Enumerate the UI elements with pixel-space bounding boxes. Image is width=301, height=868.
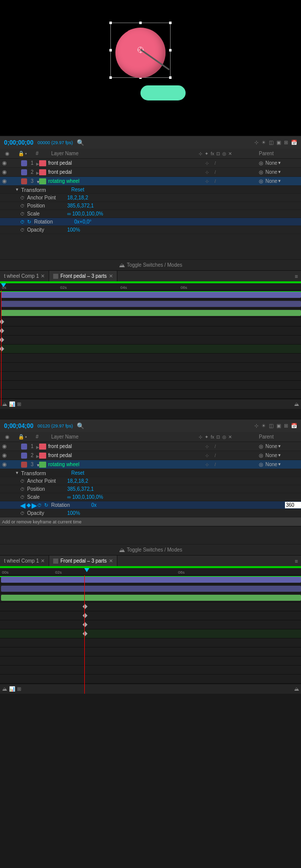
handle-tr[interactable] (169, 22, 172, 24)
switch-2-3-2[interactable]: / (212, 462, 219, 467)
toggle-switches-bar-2[interactable]: ⛰ Toggle Switches / Modes (0, 544, 301, 555)
tool2-icon-2[interactable]: ☀ (261, 423, 266, 428)
layer-name-1[interactable]: front pedal (46, 160, 204, 166)
anchor-value-1[interactable]: 18,2,18,2 (67, 195, 301, 200)
label-color-3[interactable] (21, 178, 27, 184)
rotation-input-2[interactable] (285, 502, 301, 508)
bottom-icon-1[interactable]: ⛰ (2, 401, 7, 407)
opa-name-2[interactable]: Opacity (27, 510, 67, 516)
reset-button-2[interactable]: Reset (71, 470, 84, 476)
layer-row-2-3[interactable]: ◉ 3 ▼ rotating wheel ⊹ / ◎ None ▼ (0, 460, 301, 469)
parent-arrow-2-3[interactable]: ▼ (277, 462, 281, 467)
reset-button-1[interactable]: Reset (71, 187, 84, 192)
tab-menu-1[interactable]: ≡ (292, 273, 301, 279)
anchor-value-2[interactable]: 18,2,18,2 (67, 478, 301, 484)
eye-icon-3[interactable]: ◉ (2, 178, 7, 184)
tool2-icon-6[interactable]: 📅 (291, 423, 297, 428)
switch-2-2[interactable]: / (212, 170, 219, 175)
search-button-1[interactable]: 🔍 (77, 139, 84, 146)
parent-value-2-1[interactable]: None (263, 444, 277, 449)
handle-br[interactable] (169, 76, 172, 79)
label-color-2[interactable] (21, 169, 27, 175)
eye-icon-1[interactable]: ◉ (2, 160, 7, 166)
switch-1-1[interactable]: ⊹ (204, 161, 211, 166)
layer-row-3[interactable]: ◉ 3 ▼ rotating wheel ⊹ / ◎ None ▼ (0, 177, 301, 186)
bottom-icon-2-4[interactable]: ⛰ (294, 686, 299, 692)
parent-arrow-2-1[interactable]: ▼ (277, 444, 281, 449)
pos-name-2[interactable]: Position (27, 486, 67, 492)
layer-row-2-2[interactable]: ◉ 2 ▶ front pedal ⊹ / ◎ None ▼ (0, 451, 301, 460)
label-color-1[interactable] (21, 160, 27, 166)
switch-2-2-2[interactable]: / (212, 453, 219, 458)
switch-3-1[interactable]: ⊹ (204, 179, 211, 184)
eye-icon-2-1[interactable]: ◉ (2, 443, 7, 450)
layer-name-2[interactable]: front pedal (46, 169, 204, 175)
tool-icon-6[interactable]: 📅 (291, 140, 297, 145)
handle-tl[interactable] (109, 22, 112, 24)
tab-front-pedal-2[interactable]: Front pedal – 3 parts ✕ (49, 556, 117, 566)
pos-name-1[interactable]: Position (27, 203, 67, 208)
switch-1-6[interactable] (244, 161, 251, 166)
tab-wheel-comp-2[interactable]: t wheel Comp 1 ✕ (0, 556, 49, 566)
scale-name-1[interactable]: Scale (27, 211, 67, 216)
handle-bl[interactable] (109, 76, 112, 79)
tool-icon-5[interactable]: ⊞ (284, 140, 288, 145)
handle-ml[interactable] (109, 49, 112, 52)
switch-1-5[interactable] (236, 161, 243, 166)
layer-row-2-1[interactable]: ◉ 1 ▶ front pedal ⊹ / ◎ None ▼ (0, 442, 301, 451)
keyframe-nav-left-2[interactable]: ◀ (20, 501, 26, 509)
parent-value-2-3[interactable]: None (263, 462, 277, 467)
tab-close-wheel-2[interactable]: ✕ (41, 558, 45, 564)
pos-value-2[interactable]: 385,6,372,1 (67, 486, 301, 492)
pos-value-1[interactable]: 385,6,372,1 (67, 203, 301, 208)
transform-collapse-1[interactable]: ▼ (15, 187, 19, 192)
tab-menu-2[interactable]: ≡ (292, 558, 301, 564)
parent-value-2-2[interactable]: None (263, 453, 277, 458)
label-color-2-2[interactable] (21, 453, 27, 459)
rot-name-2[interactable]: Rotation (51, 502, 91, 508)
switch-1-2[interactable]: / (212, 161, 219, 166)
switch-1-4[interactable] (228, 161, 235, 166)
anchor-name-2[interactable]: Anchor Point (27, 478, 67, 484)
layer-name-2-3[interactable]: rotating wheel (46, 462, 204, 467)
parent-value-3[interactable]: None (263, 178, 277, 184)
anchor-name-1[interactable]: Anchor Point (27, 195, 67, 200)
tool-icon-4[interactable]: ▣ (276, 140, 281, 145)
layer-name-2-1[interactable]: front pedal (46, 444, 204, 449)
switch-2-2-1[interactable]: ⊹ (204, 453, 211, 458)
parent-arrow-2[interactable]: ▼ (277, 170, 281, 174)
parent-value-2[interactable]: None (263, 169, 277, 175)
switch-2-1-2[interactable]: / (212, 444, 219, 449)
bottom-icon-2-1[interactable]: ⛰ (2, 686, 7, 692)
tool2-icon-5[interactable]: ⊞ (284, 423, 288, 428)
opa-value-1[interactable]: 100% (67, 227, 301, 233)
switch-3-2[interactable]: / (212, 179, 219, 184)
tab-close-pedal-2[interactable]: ✕ (109, 558, 113, 564)
label-color-2-3[interactable] (21, 462, 27, 468)
eye-icon-2-3[interactable]: ◉ (2, 461, 7, 468)
bottom-icon-3[interactable]: ⊞ (17, 401, 21, 407)
switch-2-3-1[interactable]: ⊹ (204, 462, 211, 467)
layer-row-1[interactable]: ◉ 1 ▶ front pedal ⊹ / ◎ None ▼ (0, 159, 301, 168)
time-display-1[interactable]: 0;00;00;00 (4, 139, 34, 146)
keyframe-add-button-2[interactable]: ◆ (27, 502, 31, 508)
tool2-icon-3[interactable]: ◫ (269, 423, 273, 428)
parent-arrow-3[interactable]: ▼ (277, 179, 281, 183)
opa-value-2[interactable]: 100% (67, 510, 301, 516)
parent-value-1[interactable]: None (263, 160, 277, 166)
handle-tm[interactable] (139, 22, 142, 24)
layer-name-3[interactable]: rotating wheel (46, 178, 204, 184)
eye-icon-2-2[interactable]: ◉ (2, 452, 7, 459)
rot-name-1[interactable]: Rotation (34, 219, 74, 225)
scale-name-2[interactable]: Scale (27, 494, 67, 500)
transform-collapse-2[interactable]: ▼ (15, 471, 19, 475)
tab-front-pedal-1[interactable]: Front pedal – 3 parts ✕ (49, 271, 117, 281)
switch-1-7[interactable] (252, 161, 259, 166)
keyframe-nav-right-2[interactable]: ▶ (32, 501, 37, 509)
time-display-2[interactable]: 0;00;04;00 (4, 422, 34, 429)
search-button-2[interactable]: 🔍 (77, 422, 84, 429)
layer-row-2[interactable]: ◉ 2 ▶ front pedal ⊹ / ◎ None ▼ (0, 168, 301, 177)
bottom-icon-2-2[interactable]: 📊 (9, 686, 15, 692)
tool2-icon-1[interactable]: ⊹ (254, 423, 258, 428)
switch-1-3[interactable] (220, 161, 227, 166)
